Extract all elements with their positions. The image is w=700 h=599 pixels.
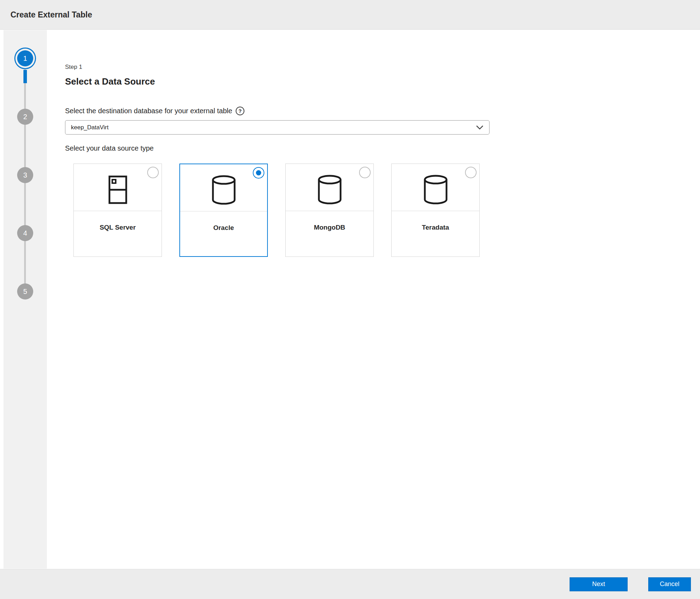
data-source-card-oracle[interactable]: Oracle: [179, 164, 268, 257]
help-icon[interactable]: ?: [236, 107, 244, 115]
step-label: Step 1: [65, 64, 686, 71]
card-divider: [392, 211, 479, 211]
data-source-card-sql-server[interactable]: SQL Server: [73, 164, 162, 257]
radio-button-oracle[interactable]: [253, 167, 264, 179]
wizard-body: 1 2 3 4 5 Step 1 Select a Data Source Se…: [0, 30, 700, 569]
chevron-down-icon: [476, 125, 484, 130]
destination-database-label: Select the destination database for your…: [65, 107, 232, 115]
step-number: 3: [23, 171, 27, 179]
page-title: Create External Table: [10, 10, 92, 20]
card-divider: [286, 211, 373, 211]
step-indicator-1[interactable]: 1: [17, 50, 33, 66]
radio-button-mongodb[interactable]: [359, 167, 371, 178]
data-source-card-mongodb[interactable]: MongoDB: [285, 164, 374, 257]
step-indicator-2[interactable]: 2: [17, 109, 33, 125]
create-external-table-wizard: { "colors": { "accent": "#0078d4" }, "he…: [0, 0, 700, 599]
card-divider: [74, 211, 162, 211]
data-source-card-teradata[interactable]: Teradata: [391, 164, 480, 257]
step-content-panel: Step 1 Select a Data Source Select the d…: [47, 30, 700, 569]
source-type-label: Select your data source type: [65, 144, 686, 152]
destination-database-value: keep_DataVirt: [71, 124, 108, 131]
next-button[interactable]: Next: [570, 577, 628, 591]
step-title: Select a Data Source: [65, 76, 686, 87]
wizard-header: Create External Table: [0, 0, 700, 30]
stepper-progress-segment: [23, 70, 27, 83]
step-number: 4: [23, 229, 27, 237]
destination-database-dropdown[interactable]: keep_DataVirt: [65, 120, 490, 135]
data-source-cards: SQL Server Oracle: [73, 164, 686, 257]
data-source-name: MongoDB: [286, 224, 373, 231]
data-source-name: SQL Server: [74, 224, 162, 231]
step-number: 2: [23, 113, 27, 121]
wizard-footer: Next Cancel: [0, 569, 700, 599]
cancel-button[interactable]: Cancel: [648, 577, 691, 591]
radio-button-teradata[interactable]: [465, 167, 477, 178]
step-number: 1: [23, 55, 27, 63]
data-source-name: Teradata: [392, 224, 479, 231]
radio-button-sql-server[interactable]: [147, 167, 159, 178]
step-indicator-3[interactable]: 3: [17, 167, 33, 183]
data-source-name: Oracle: [180, 224, 267, 232]
step-indicator-5[interactable]: 5: [17, 283, 33, 300]
stepper-sidebar: 1 2 3 4 5: [3, 30, 47, 569]
step-number: 5: [23, 288, 27, 296]
step-indicator-4[interactable]: 4: [17, 225, 33, 241]
card-divider: [180, 211, 267, 211]
